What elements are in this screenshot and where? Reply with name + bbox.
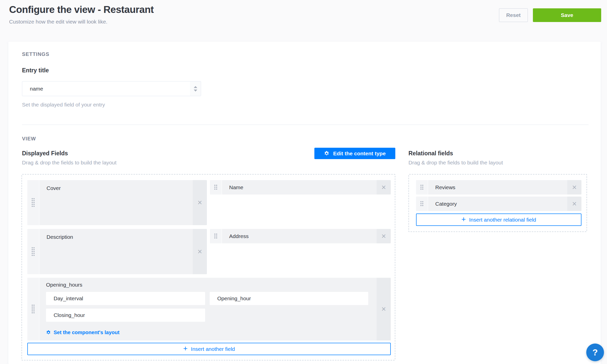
remove-field-button[interactable]: ×	[377, 180, 391, 195]
component-label: Opening_hours	[46, 282, 377, 288]
field-box-name[interactable]: Name ×	[210, 180, 391, 195]
close-icon: ×	[572, 183, 577, 192]
drag-dots-icon	[32, 247, 35, 256]
field-box-description[interactable]: Description ×	[27, 229, 207, 274]
relational-fields-subtitle: Drag & drop the fields to build the layo…	[408, 160, 503, 166]
page-title: Configure the view - Restaurant	[9, 4, 154, 15]
component-content: Opening_hours Day_interval Opening_hour …	[39, 278, 377, 340]
entry-title-help-text: Set the displayed field of your entry	[22, 102, 105, 108]
relational-fields-title: Relational fields	[408, 150, 453, 157]
close-icon: ×	[381, 232, 386, 241]
drag-handle[interactable]	[416, 180, 428, 195]
plus-icon: +	[461, 216, 466, 223]
chevron-up-icon	[194, 86, 197, 88]
entry-title-label: Entry title	[22, 67, 49, 74]
entry-title-select-value: name	[22, 86, 190, 92]
drag-dots-icon	[420, 185, 424, 190]
remove-field-button[interactable]: ×	[193, 180, 207, 225]
relational-field-box-reviews[interactable]: Reviews ×	[416, 180, 581, 195]
field-label: Name	[222, 180, 377, 195]
remove-field-button[interactable]: ×	[567, 197, 581, 211]
select-spinner[interactable]	[190, 81, 201, 96]
set-component-layout-label: Set the component's layout	[54, 330, 119, 335]
drag-handle[interactable]	[27, 278, 39, 340]
insert-another-relational-field-button[interactable]: + Insert another relational field	[416, 213, 581, 226]
drag-handle[interactable]	[27, 229, 39, 274]
close-icon: ×	[198, 247, 202, 256]
component-row: Closing_hour	[46, 309, 377, 322]
component-box-opening-hours[interactable]: Opening_hours Day_interval Opening_hour …	[27, 278, 391, 340]
remove-field-button[interactable]: ×	[377, 229, 391, 243]
content-card: SETTINGS Entry title name Set the displa…	[8, 42, 601, 364]
reset-button[interactable]: Reset	[499, 8, 528, 22]
help-button[interactable]: ?	[586, 344, 604, 361]
relational-field-box-category[interactable]: Category ×	[416, 197, 581, 211]
drag-handle[interactable]	[27, 180, 39, 225]
relational-fields-drop-area: Reviews × Category × + Insert another re…	[408, 174, 587, 232]
drag-dots-icon	[420, 201, 424, 206]
field-box-cover[interactable]: Cover ×	[27, 180, 207, 225]
displayed-fields-drop-area: Cover × Name × Description × Address × O…	[21, 174, 395, 360]
component-row: Day_interval Opening_hour	[46, 292, 377, 305]
remove-component-button[interactable]: ×	[377, 278, 391, 340]
close-icon: ×	[381, 305, 386, 314]
field-label: Address	[222, 229, 377, 243]
drag-dots-icon	[32, 305, 35, 314]
plus-icon: +	[183, 345, 188, 352]
question-mark-icon: ?	[592, 347, 598, 357]
gear-icon	[46, 330, 51, 335]
page-subtitle: Customize how the edit view will look li…	[9, 19, 107, 25]
close-icon: ×	[572, 199, 577, 208]
gear-icon	[324, 151, 329, 156]
settings-section-label: SETTINGS	[22, 51, 49, 57]
drag-handle[interactable]	[416, 197, 428, 211]
field-box-address[interactable]: Address ×	[210, 229, 391, 243]
displayed-fields-subtitle: Drag & drop the fields to build the layo…	[22, 160, 117, 166]
drag-handle[interactable]	[210, 180, 222, 195]
remove-field-button[interactable]: ×	[193, 229, 207, 274]
component-subfield-closing-hour: Closing_hour	[46, 309, 205, 322]
set-component-layout-link[interactable]: Set the component's layout	[46, 330, 119, 335]
drag-dots-icon	[214, 233, 218, 239]
field-label: Reviews	[428, 180, 567, 195]
field-label: Category	[428, 197, 567, 211]
insert-another-field-button[interactable]: + Insert another field	[27, 343, 391, 355]
edit-content-type-button[interactable]: Edit the content type	[314, 148, 395, 159]
field-label: Description	[39, 229, 193, 274]
component-subfield-opening-hour: Opening_hour	[210, 292, 368, 305]
displayed-fields-title: Displayed Fields	[22, 150, 68, 157]
close-icon: ×	[198, 198, 202, 207]
edit-content-type-label: Edit the content type	[333, 151, 386, 157]
drag-dots-icon	[32, 198, 35, 207]
close-icon: ×	[381, 183, 386, 192]
save-button[interactable]: Save	[533, 8, 601, 22]
component-subfield-day-interval: Day_interval	[46, 292, 205, 305]
field-label: Cover	[39, 180, 193, 225]
view-section-label: VIEW	[22, 136, 36, 142]
remove-field-button[interactable]: ×	[567, 180, 581, 195]
chevron-down-icon	[194, 90, 197, 92]
drag-dots-icon	[214, 185, 218, 190]
section-divider	[22, 124, 589, 125]
entry-title-select[interactable]: name	[22, 81, 201, 96]
drag-handle[interactable]	[210, 229, 222, 243]
insert-another-field-label: Insert another field	[191, 346, 235, 352]
insert-another-relational-field-label: Insert another relational field	[469, 217, 536, 223]
